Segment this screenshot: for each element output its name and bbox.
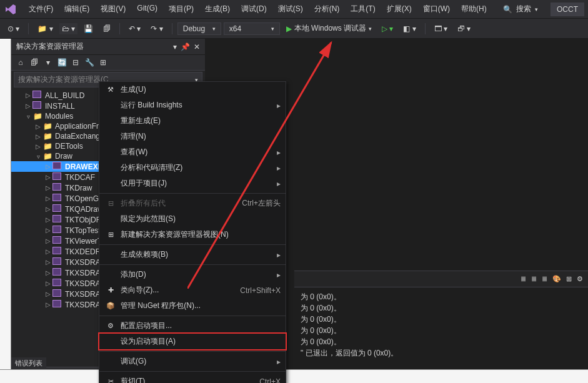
tb-icon-2[interactable]: 🗐	[29, 57, 40, 68]
nav-back-button[interactable]: ⊙ ▾	[4, 22, 23, 35]
out-icon-1[interactable]: ≣	[521, 275, 526, 283]
undo-button[interactable]: ↶ ▾	[125, 22, 144, 35]
platform-combo[interactable]: x64▾	[224, 22, 280, 35]
expand-arrow-icon[interactable]: ▷	[24, 92, 32, 99]
wrench-icon[interactable]: 🔧	[84, 57, 95, 68]
ctx-item[interactable]: 限定为此范围(S)	[99, 211, 286, 227]
out-icon-2[interactable]: ≣	[531, 275, 537, 283]
ctx-item-icon: ⚙	[104, 322, 117, 330]
tree-node-label: TKDCAF	[65, 173, 95, 182]
tb-extra2-button[interactable]: 🗖 ▾	[431, 22, 451, 35]
tree-node-label: DRAWEXE	[65, 162, 103, 171]
bottom-gutter	[0, 369, 588, 383]
submenu-arrow-icon: ▸	[277, 179, 281, 188]
save-all-button[interactable]: 🗐	[99, 22, 114, 35]
ctx-item-icon: 📦	[104, 302, 117, 310]
ctx-item[interactable]: ✂剪切(T)Ctrl+X	[99, 374, 286, 383]
tb-icon-7[interactable]: ⊞	[97, 57, 109, 68]
ctx-item[interactable]: 仅用于项目(J)▸	[99, 176, 286, 191]
tree-node-label: TKDraw	[65, 184, 92, 192]
tb-icon-3[interactable]: ▾	[42, 57, 54, 68]
new-project-button[interactable]: 📁 ▾	[34, 22, 56, 35]
pin-icon[interactable]: 📌	[181, 42, 190, 51]
menu-window[interactable]: 窗口(W)	[418, 1, 455, 17]
expand-arrow-icon[interactable]: ▷	[44, 269, 52, 276]
config-combo[interactable]: Debug▾	[177, 22, 221, 35]
expand-arrow-icon[interactable]: ▷	[44, 301, 52, 308]
ctx-item[interactable]: ⚙配置启动项目...	[99, 318, 286, 334]
project-icon	[32, 91, 42, 100]
search-icon: 🔍	[503, 5, 512, 14]
expand-arrow-icon[interactable]: ▷	[44, 163, 52, 170]
home-icon[interactable]: ⌂	[15, 57, 26, 68]
menu-help[interactable]: 帮助(H)	[456, 1, 492, 17]
expand-arrow-icon[interactable]: ▷	[44, 237, 52, 244]
ctx-item[interactable]: 📦管理 NuGet 程序包(N)...	[99, 298, 286, 314]
out-icon-5[interactable]: ⊞	[566, 275, 572, 283]
expand-arrow-icon[interactable]: ▷	[34, 123, 42, 130]
expand-arrow-icon[interactable]: ▷	[44, 280, 52, 287]
ctx-item[interactable]: ✚类向导(Z)...Ctrl+Shift+X	[99, 282, 286, 298]
menu-project[interactable]: 项目(P)	[164, 1, 199, 17]
menu-build[interactable]: 生成(B)	[200, 1, 235, 17]
search-box[interactable]: 🔍 搜索 ▾	[497, 2, 544, 16]
menu-analyze[interactable]: 分析(N)	[309, 1, 345, 17]
start-debug-button[interactable]: ▶ 本地 Windows 调试器 ▾	[282, 22, 376, 35]
ctx-item[interactable]: 运行 Build Insights▸	[99, 97, 286, 113]
expand-arrow-icon[interactable]: ▿	[34, 153, 42, 160]
output-line: 为 0 (0x0)。	[301, 336, 582, 347]
menu-view[interactable]: 视图(V)	[96, 1, 131, 17]
menu-git[interactable]: Git(G)	[132, 1, 162, 17]
expand-arrow-icon[interactable]: ▷	[44, 291, 52, 297]
ctx-item[interactable]: 分析和代码清理(Z)▸	[99, 160, 286, 176]
out-icon-6[interactable]: ⚙	[577, 275, 583, 283]
error-list-tab[interactable]: 错误列表	[11, 357, 46, 369]
tree-node-label: TKTopTest	[65, 226, 101, 235]
sync-icon[interactable]: 🔄	[56, 57, 67, 68]
dropdown-icon[interactable]: ▾	[173, 42, 177, 51]
menu-debug[interactable]: 调试(D)	[236, 1, 272, 17]
ctx-item[interactable]: 清理(N)	[99, 129, 286, 144]
expand-arrow-icon[interactable]: ▿	[24, 113, 32, 120]
menu-edit[interactable]: 编辑(E)	[59, 1, 94, 17]
ctx-item[interactable]: ⚒生成(U)	[99, 82, 286, 97]
expand-arrow-icon[interactable]: ▷	[34, 143, 42, 150]
tb-icon-5[interactable]: ⊟	[70, 57, 81, 68]
ctx-item-icon: ⊞	[104, 231, 117, 239]
open-button[interactable]: 🗁 ▾	[59, 23, 77, 34]
expand-arrow-icon[interactable]: ▷	[44, 206, 52, 212]
ctx-item-label: 管理 NuGet 程序包(N)...	[121, 301, 281, 311]
out-icon-3[interactable]: ≣	[542, 275, 547, 283]
expand-arrow-icon[interactable]: ▷	[44, 216, 52, 223]
out-icon-4[interactable]: 🎨	[552, 275, 561, 283]
expand-arrow-icon[interactable]: ▷	[34, 133, 42, 140]
expand-arrow-icon[interactable]: ▷	[44, 184, 52, 191]
menu-extensions[interactable]: 扩展(X)	[382, 1, 417, 17]
ctx-item[interactable]: ⊞新建解决方案资源管理器视图(N)	[99, 227, 286, 242]
expand-arrow-icon[interactable]: ▷	[44, 227, 52, 234]
menu-test[interactable]: 测试(S)	[273, 1, 308, 17]
ctx-item[interactable]: 重新生成(E)	[99, 113, 286, 129]
tb-extra3-button[interactable]: 🗗 ▾	[454, 22, 474, 35]
ctx-item[interactable]: 生成依赖项(B)▸	[99, 247, 286, 262]
play-icon: ▶	[286, 24, 292, 33]
expand-arrow-icon[interactable]: ▷	[24, 102, 32, 109]
menu-file[interactable]: 文件(F)	[24, 1, 58, 17]
tree-node-label: INSTALL	[45, 102, 75, 111]
ctx-item[interactable]: 添加(D)▸	[99, 267, 286, 282]
output-content: 为 0 (0x0)。为 0 (0x0)。为 0 (0x0)。为 0 (0x0)。…	[294, 287, 588, 362]
tb-extra1-button[interactable]: ◧ ▾	[399, 22, 419, 35]
ctx-item[interactable]: 调试(G)▸	[99, 354, 286, 369]
ctx-item[interactable]: 设为启动项目(A)	[99, 334, 286, 349]
expand-arrow-icon[interactable]: ▷	[44, 248, 52, 255]
expand-arrow-icon[interactable]: ▷	[44, 259, 52, 266]
save-button[interactable]: 💾	[80, 22, 97, 35]
menu-tools[interactable]: 工具(T)	[346, 1, 380, 17]
redo-button[interactable]: ↷ ▾	[147, 22, 166, 35]
ctx-item[interactable]: 查看(W)▸	[99, 144, 286, 160]
start-without-debug-button[interactable]: ▷ ▾	[378, 22, 397, 35]
folder-icon: 📁	[42, 132, 52, 141]
expand-arrow-icon[interactable]: ▷	[44, 195, 52, 202]
expand-arrow-icon[interactable]: ▷	[44, 174, 52, 181]
close-icon[interactable]: ✕	[194, 42, 200, 51]
